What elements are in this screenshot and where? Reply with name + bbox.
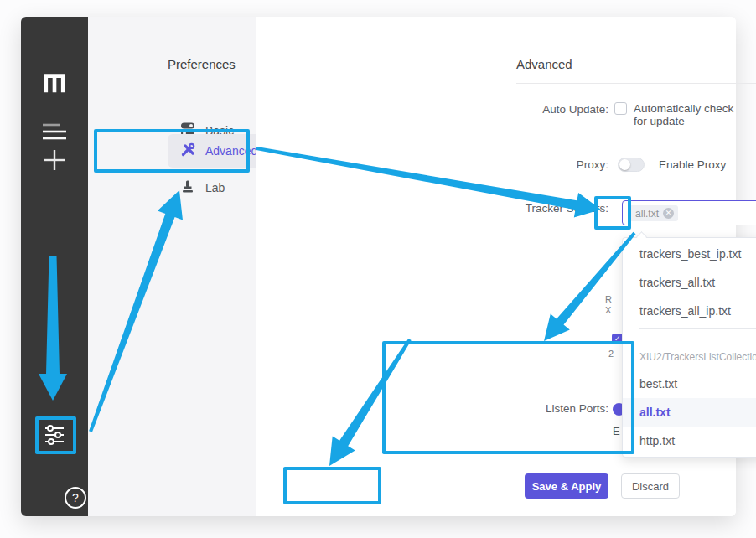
advanced-tools-icon bbox=[180, 142, 195, 160]
dropdown-option[interactable]: trackers_all.txt bbox=[623, 268, 756, 297]
tracker-servers-select[interactable]: all.txt ✕ bbox=[622, 200, 756, 225]
title-divider bbox=[516, 83, 756, 84]
clipped-text: X bbox=[605, 305, 611, 315]
clipped-text: 2 bbox=[608, 349, 614, 359]
proxy-toggle-label: Enable Proxy bbox=[659, 158, 726, 171]
task-list-icon[interactable] bbox=[21, 122, 88, 141]
preferences-title: Preferences bbox=[168, 57, 236, 71]
listen-ports-label: Listen Ports: bbox=[478, 402, 608, 415]
auto-update-label: Auto Update: bbox=[478, 103, 608, 116]
tracker-servers-label: Tracker Servers: bbox=[478, 202, 608, 215]
preferences-icon[interactable] bbox=[21, 424, 88, 446]
help-icon[interactable]: ? bbox=[65, 487, 86, 509]
discard-button[interactable]: Discard bbox=[621, 473, 680, 499]
dropdown-option-selected[interactable]: all.txt bbox=[623, 398, 756, 427]
proxy-label: Proxy: bbox=[478, 158, 608, 171]
motrix-logo-icon bbox=[21, 72, 88, 94]
add-task-icon[interactable] bbox=[21, 148, 88, 172]
toggle-knob bbox=[619, 159, 630, 170]
proxy-toggle[interactable] bbox=[618, 158, 645, 172]
dropdown-group-label: XIU2/TrackersListCollection bbox=[623, 347, 756, 367]
sidebar-item-label: Advanced bbox=[205, 144, 257, 158]
app-sidebar: ? bbox=[21, 17, 88, 516]
dropdown-option[interactable]: trackers_all_ip.txt bbox=[623, 297, 756, 325]
clipped-text: E bbox=[613, 425, 620, 437]
app-window: ? Preferences Basic Advanced bbox=[21, 17, 736, 516]
tag-remove-icon[interactable]: ✕ bbox=[663, 208, 674, 219]
tracker-dropdown: trackers_best_ip.txt trackers_all.txt tr… bbox=[622, 237, 756, 458]
preferences-panel: Preferences Basic Advanced bbox=[88, 17, 256, 516]
sidebar-item-label: Lab bbox=[205, 181, 225, 194]
selected-tracker-tag: all.txt ✕ bbox=[629, 205, 678, 221]
tag-label: all.txt bbox=[635, 208, 659, 220]
dropdown-divider bbox=[639, 328, 756, 329]
dropdown-option[interactable]: trackers_best_ip.txt bbox=[623, 240, 756, 268]
option-label: all.txt bbox=[639, 406, 671, 419]
lab-stamp-icon bbox=[180, 179, 195, 197]
auto-update-checkbox-label: Automatically check for update bbox=[634, 102, 736, 127]
save-apply-button[interactable]: Save & Apply bbox=[525, 473, 608, 499]
page-title: Advanced bbox=[516, 57, 572, 71]
auto-update-checkbox[interactable] bbox=[614, 102, 627, 115]
clipped-text: R bbox=[605, 294, 612, 304]
dropdown-option[interactable]: http.txt bbox=[623, 427, 756, 455]
advanced-pane: Advanced Auto Update: Automatically chec… bbox=[256, 17, 736, 516]
dropdown-option[interactable]: best.txt bbox=[623, 370, 756, 398]
